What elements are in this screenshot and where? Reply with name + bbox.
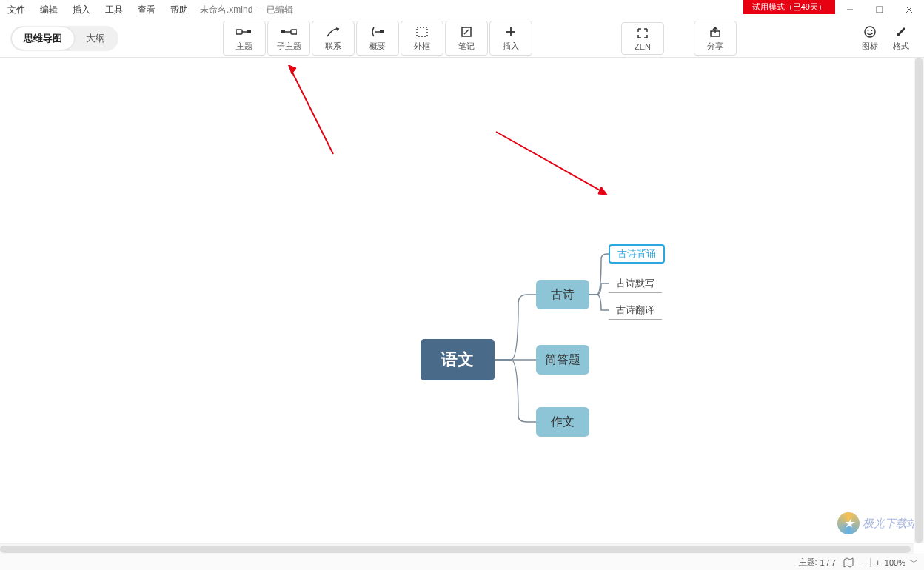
trial-badge[interactable]: 试用模式（已49天）	[743, 0, 835, 14]
tab-outline[interactable]: 大纲	[74, 27, 117, 50]
svg-marker-22	[289, 65, 296, 74]
subtopic-beisong[interactable]: 古诗背诵	[609, 244, 665, 264]
topic-counter: 主题: 1 / 7	[799, 557, 836, 568]
icons-panel-label: 图标	[862, 41, 878, 52]
subtopic-icon	[281, 24, 297, 39]
topic-icon	[236, 24, 252, 39]
branch-gushi[interactable]: 古诗	[536, 280, 589, 309]
share-label: 分享	[707, 41, 723, 52]
menu-bar: 文件 编辑 插入 工具 查看 帮助 未命名.xmind — 已编辑 试用模式（已…	[0, 0, 924, 19]
insert-button[interactable]: 插入	[489, 21, 532, 56]
menu-help[interactable]: 帮助	[163, 4, 195, 16]
svg-point-19	[868, 30, 869, 31]
summary-label: 概要	[369, 41, 386, 52]
subtopic-label: 子主题	[277, 41, 301, 52]
note-button[interactable]: 笔记	[445, 21, 488, 56]
topic-label: 主题	[236, 41, 252, 52]
zen-label: ZEN	[635, 42, 651, 51]
central-topic[interactable]: 语文	[421, 339, 495, 380]
toolbar: 思维导图 大纲 主题 子主题 联系 概要 外框 笔记 插入	[0, 19, 924, 58]
boundary-button[interactable]: 外框	[401, 21, 443, 56]
zoom-in-button[interactable]: +	[875, 558, 880, 567]
svg-point-20	[871, 30, 873, 31]
format-panel-label: 格式	[893, 41, 909, 52]
subtopic-fanyi[interactable]: 古诗翻译	[609, 301, 662, 320]
zen-icon	[637, 26, 649, 41]
share-icon	[709, 24, 721, 39]
note-label: 笔记	[458, 41, 475, 52]
insert-label: 插入	[503, 41, 519, 52]
svg-rect-9	[291, 30, 297, 34]
watermark-text: 极光下载站	[863, 517, 918, 531]
annotation-arrow-2	[489, 124, 615, 206]
svg-rect-13	[417, 27, 427, 36]
horizontal-scrollbar[interactable]	[0, 543, 914, 554]
mindmap-canvas[interactable]: 语文 古诗 简答题 作文 古诗背诵 古诗默写 古诗翻译 ★ 极光下载站	[0, 58, 924, 554]
svg-rect-6	[247, 30, 251, 33]
map-overview-button[interactable]	[843, 557, 854, 568]
connector-lines	[0, 58, 924, 554]
svg-rect-7	[281, 30, 285, 33]
boundary-label: 外框	[414, 41, 430, 52]
svg-point-18	[865, 27, 875, 37]
annotation-arrow-1	[281, 58, 341, 161]
svg-rect-12	[380, 30, 384, 33]
brush-icon	[894, 24, 908, 39]
share-button[interactable]: 分享	[694, 21, 737, 56]
window-minimize-button[interactable]	[835, 0, 865, 19]
menu-edit[interactable]: 编辑	[33, 4, 65, 16]
svg-marker-10	[336, 27, 339, 31]
summary-button[interactable]: 概要	[356, 21, 399, 56]
subtopic-moxie[interactable]: 古诗默写	[609, 274, 662, 293]
zoom-level[interactable]: 100%	[885, 558, 905, 567]
status-bar: 主题: 1 / 7 − + 100% ﹀	[0, 554, 924, 570]
menu-insert[interactable]: 插入	[65, 4, 98, 16]
relation-label: 联系	[325, 41, 341, 52]
subtopic-button[interactable]: 子主题	[267, 21, 310, 56]
branch-zuowen[interactable]: 作文	[536, 407, 589, 437]
zen-button[interactable]: ZEN	[621, 22, 664, 55]
chevron-down-icon[interactable]: ﹀	[910, 557, 918, 568]
tab-mindmap[interactable]: 思维导图	[12, 27, 74, 50]
relation-button[interactable]: 联系	[312, 21, 355, 56]
vertical-scrollbar[interactable]	[914, 58, 924, 543]
map-icon	[843, 557, 854, 568]
document-title: 未命名.xmind — 已编辑	[195, 4, 293, 16]
branch-jiandati[interactable]: 简答题	[536, 345, 589, 375]
summary-icon	[371, 24, 384, 39]
relation-icon	[326, 24, 341, 39]
menu-tools[interactable]: 工具	[98, 4, 130, 16]
svg-marker-24	[598, 187, 607, 195]
watermark-logo-icon: ★	[837, 512, 860, 534]
boundary-icon	[415, 24, 429, 39]
view-switch: 思维导图 大纲	[10, 26, 118, 51]
svg-rect-1	[877, 7, 883, 13]
svg-line-21	[289, 65, 333, 154]
topic-button[interactable]: 主题	[223, 21, 266, 56]
menu-view[interactable]: 查看	[130, 4, 163, 16]
icons-panel-button[interactable]: 图标	[854, 21, 886, 56]
smiley-icon	[863, 24, 877, 39]
format-panel-button[interactable]: 格式	[886, 21, 917, 56]
plus-icon	[505, 24, 517, 39]
svg-line-23	[496, 132, 601, 191]
svg-rect-4	[236, 30, 242, 34]
zoom-out-button[interactable]: −	[861, 558, 866, 567]
note-icon	[461, 24, 472, 39]
watermark: ★ 极光下载站	[837, 512, 918, 534]
window-maximize-button[interactable]	[865, 0, 894, 19]
menu-file[interactable]: 文件	[0, 4, 33, 16]
window-close-button[interactable]	[894, 0, 924, 19]
